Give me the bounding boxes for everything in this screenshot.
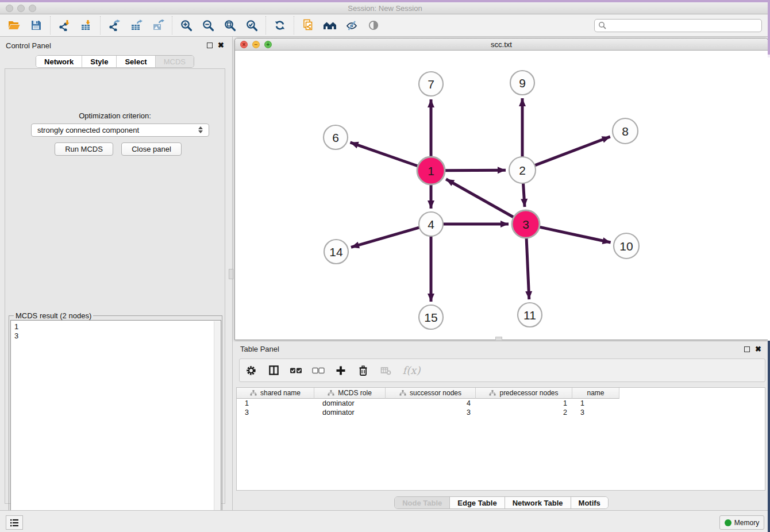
table-row[interactable]: 3dominator323 (237, 408, 765, 417)
graph-node-10[interactable]: 10 (614, 233, 639, 259)
select-all-columns-button[interactable] (290, 364, 302, 377)
svg-text:10: 10 (619, 240, 633, 253)
mcds-result-text[interactable]: 13 (10, 320, 221, 527)
column-tree-icon (250, 390, 257, 396)
show-column-panel-button[interactable] (267, 364, 280, 377)
export-image-icon (152, 20, 164, 31)
graph-node-11[interactable]: 11 (518, 303, 542, 327)
import-table-button[interactable] (75, 16, 97, 35)
graph-edge-1-6 (350, 142, 419, 167)
refresh-icon (274, 20, 286, 31)
gear-icon (245, 365, 257, 376)
graph-node-7[interactable]: 7 (419, 72, 443, 96)
tab-network-table[interactable]: Network Table (505, 497, 571, 508)
vertical-splitter-grip[interactable] (229, 269, 233, 279)
export-table-icon (130, 20, 143, 31)
table-settings-button[interactable] (245, 364, 257, 377)
zoom-fit-icon (224, 20, 236, 32)
tab-edge-table[interactable]: Edge Table (450, 497, 505, 508)
close-panel-button[interactable]: Close panel (121, 142, 182, 156)
nested-networks-button[interactable] (319, 16, 341, 35)
zoom-in-button[interactable] (175, 16, 197, 35)
svg-text:8: 8 (622, 125, 629, 138)
zoom-selected-button[interactable] (241, 16, 263, 35)
scrollbar-track[interactable] (214, 321, 220, 527)
network-window-titlebar[interactable]: × − + scc.txt (235, 38, 768, 51)
graph-node-9[interactable]: 9 (510, 71, 534, 95)
control-panel-title: Control Panel (6, 41, 51, 50)
delete-table-icon (380, 365, 391, 376)
table-row[interactable]: 1dominator411 (237, 399, 765, 408)
svg-text:11: 11 (523, 309, 536, 322)
table-cell: 3 (386, 408, 476, 417)
search-field[interactable] (594, 19, 762, 32)
open-session-button[interactable] (3, 16, 25, 35)
unselect-all-columns-button[interactable] (312, 364, 325, 377)
control-panel-tabs: Network Style Select MCDS (0, 55, 230, 68)
save-session-button[interactable] (25, 16, 47, 35)
tab-select[interactable]: Select (117, 56, 155, 67)
column-header-MCDS-role[interactable]: MCDS role (314, 388, 386, 399)
close-panel-icon[interactable]: ✖ (218, 42, 224, 49)
zoom-fit-button[interactable] (219, 16, 241, 35)
run-mcds-button[interactable]: Run MCDS (55, 142, 113, 156)
svg-text:2: 2 (519, 164, 526, 177)
export-table-button[interactable] (125, 16, 147, 35)
horizontal-splitter-grip[interactable] (495, 337, 502, 341)
clone-network-button[interactable] (297, 16, 319, 35)
network-window: × − + scc.txt 7968124314101511 (234, 38, 768, 340)
create-column-button[interactable] (334, 364, 347, 377)
checked-checkboxes-icon (290, 367, 302, 374)
tab-node-table[interactable]: Node Table (395, 497, 450, 508)
column-tree-icon (489, 390, 496, 396)
column-header-name[interactable]: name (572, 388, 619, 399)
list-icon (9, 517, 20, 529)
column-header-successor-nodes[interactable]: successor nodes (386, 388, 476, 399)
tab-style[interactable]: Style (82, 56, 117, 67)
tab-group: Network Style Select MCDS (36, 55, 194, 68)
task-history-button[interactable] (6, 515, 23, 530)
network-canvas[interactable]: 7968124314101511 (235, 51, 768, 340)
svg-text:6: 6 (332, 131, 339, 144)
close-panel-icon[interactable]: ✖ (755, 346, 761, 353)
export-network-button[interactable] (103, 16, 125, 35)
criterion-select[interactable]: strongly connected component (31, 124, 209, 137)
graph-node-3[interactable]: 3 (512, 210, 540, 238)
zoom-selected-icon (246, 20, 258, 32)
search-input[interactable] (606, 20, 761, 31)
graph-node-4[interactable]: 4 (419, 212, 443, 236)
memory-label: Memory (734, 519, 759, 527)
zoom-in-icon (180, 20, 192, 32)
graph-node-15[interactable]: 15 (419, 305, 443, 329)
eye-disabled-icon (368, 20, 379, 31)
toolbar-separator (100, 16, 101, 34)
mcds-result-group: MCDS result (2 nodes) 13 (9, 315, 222, 532)
toolbar-separator (294, 16, 294, 34)
column-header-predecessor-nodes[interactable]: predecessor nodes (476, 388, 572, 399)
zoom-out-button[interactable] (197, 16, 219, 35)
tab-motifs[interactable]: Motifs (571, 497, 608, 508)
import-network-button[interactable] (53, 16, 75, 35)
plus-icon (335, 365, 346, 376)
delete-column-button[interactable] (357, 364, 369, 377)
apply-layout-button[interactable] (269, 16, 291, 35)
toolbar-separator (265, 16, 266, 34)
graph-node-6[interactable]: 6 (324, 125, 348, 149)
export-image-button[interactable] (147, 16, 169, 35)
memory-button[interactable]: Memory (719, 515, 764, 530)
desktop-edge-top (0, 0, 770, 2)
float-panel-icon[interactable] (744, 346, 750, 352)
float-panel-icon[interactable] (207, 43, 213, 48)
tab-network[interactable]: Network (36, 56, 82, 67)
table-panel-title: Table Panel (240, 345, 279, 353)
graph-node-8[interactable]: 8 (613, 118, 638, 144)
trash-icon (357, 365, 369, 376)
graph-node-1[interactable]: 1 (417, 157, 445, 184)
tab-mcds[interactable]: MCDS (156, 56, 194, 67)
toolbar-separator (50, 16, 51, 34)
column-header-shared-name[interactable]: shared name (237, 388, 314, 399)
save-icon (30, 20, 42, 31)
graph-node-2[interactable]: 2 (509, 157, 536, 183)
hide-graphics-button[interactable] (341, 16, 363, 35)
graph-node-14[interactable]: 14 (324, 240, 348, 264)
